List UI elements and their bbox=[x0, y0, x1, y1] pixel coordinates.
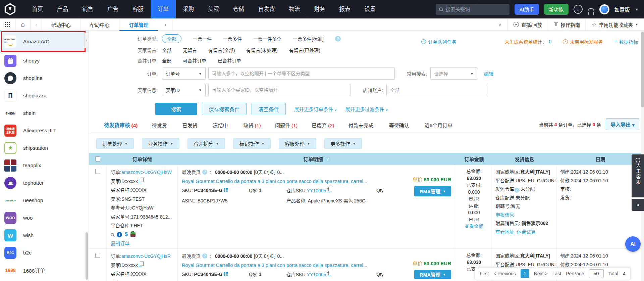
expand-order-conditions-link[interactable]: 展开更多订单条件 ∨ bbox=[294, 105, 337, 112]
favorites-link[interactable]: ☆ 常用功能收藏夹 ▼ bbox=[586, 18, 644, 31]
tab-help-center-1[interactable]: 帮助中心 bbox=[42, 18, 80, 31]
status-tab-pending-audit[interactable]: 待发货审核(4) bbox=[104, 121, 138, 129]
page-current[interactable]: 1 bbox=[521, 269, 529, 278]
status-tab-discarded[interactable]: 已废弃(2) bbox=[312, 122, 334, 129]
help-icon[interactable]: ? bbox=[325, 156, 331, 162]
status-tab-frozen[interactable]: 冻结中 bbox=[213, 122, 229, 129]
menu-reports[interactable]: 报表 bbox=[332, 0, 358, 18]
page-last-button[interactable]: Last bbox=[552, 271, 561, 276]
order-number-link[interactable]: amazonvc-UcGYQjHsW bbox=[121, 170, 172, 175]
warehouse-sku-link[interactable]: YY10005 bbox=[307, 188, 326, 193]
search-icon[interactable] bbox=[111, 233, 114, 236]
menu-sales[interactable]: 销售 bbox=[75, 0, 100, 18]
info-icon[interactable]: i bbox=[117, 232, 122, 237]
warehouse-sku-link[interactable]: YY10005 bbox=[307, 272, 326, 277]
frequent-search-select[interactable]: 请选择▼ bbox=[430, 67, 477, 80]
page-first-button[interactable]: First bbox=[480, 271, 489, 276]
human-support-button[interactable]: 人工客服 bbox=[632, 154, 644, 197]
filter-msg-none[interactable]: 无留言 bbox=[183, 47, 197, 53]
sku-grid-icon[interactable] bbox=[224, 188, 228, 192]
menu-logistics[interactable]: 物流 bbox=[282, 0, 307, 18]
save-search-button[interactable]: 保存搜索条件 bbox=[202, 103, 247, 115]
sidebar-item-shipstation[interactable]: * shipstation bbox=[0, 139, 89, 157]
sidebar-item-ueeshop[interactable]: UEESHOP ueeshop bbox=[0, 192, 89, 209]
copy-icon[interactable] bbox=[327, 188, 330, 192]
tab-order-management[interactable]: 订单管理 bbox=[119, 18, 158, 31]
page-next-button[interactable]: Next > bbox=[534, 271, 548, 276]
chevron-down-icon[interactable]: ∨ bbox=[492, 18, 507, 31]
new-feature-button[interactable]: 新功能 bbox=[544, 4, 569, 15]
collapse-right-panel-button[interactable]: » bbox=[632, 199, 644, 211]
menu-purchase[interactable]: 采购 bbox=[176, 0, 201, 18]
menu-ads[interactable]: 广告 bbox=[100, 0, 125, 18]
filter-msg-all[interactable]: 全部 bbox=[162, 47, 171, 53]
sidebar-item-1688[interactable]: 1688 1688订单 bbox=[0, 262, 89, 279]
order-number-type-select[interactable]: 订单号▼ bbox=[162, 67, 206, 80]
status-tab-problem[interactable]: 问题件(1) bbox=[275, 122, 298, 129]
filter-msg-unhandled[interactable]: 有留言(未处理) bbox=[246, 47, 277, 53]
label-service-disabled-link[interactable]: ×未启用标发服务 bbox=[563, 38, 603, 45]
sidebar-item-shopyy[interactable]: shopyy bbox=[0, 52, 89, 69]
row-checkbox[interactable] bbox=[95, 253, 100, 258]
sidebar-item-teapplix[interactable]: teapplix bbox=[0, 157, 89, 174]
select-all-checkbox[interactable] bbox=[95, 156, 100, 161]
copy-icon[interactable] bbox=[327, 272, 330, 276]
product-title-link[interactable]: Royal Gourmet Carrello da portata a 3 pi… bbox=[182, 179, 383, 184]
status-tab-to-ship[interactable]: 待发货 bbox=[152, 122, 168, 129]
ai-assistant-button[interactable]: AI助手 bbox=[515, 4, 539, 15]
sku-grid-icon[interactable] bbox=[224, 272, 228, 276]
status-tab-last-6-months[interactable]: 近6个月订单 bbox=[425, 122, 454, 129]
import-export-button[interactable]: 导入导出 ▾ bbox=[606, 119, 639, 130]
cart-icon[interactable] bbox=[130, 232, 136, 237]
headset-icon[interactable] bbox=[588, 8, 594, 13]
uncreated-orders-stat[interactable]: 未生成系统单统计：0 bbox=[504, 38, 551, 45]
sidebar-item-amazonvc[interactable]: amazon-vc AmazonVC bbox=[0, 31, 89, 52]
sidebar-item-shoplazza[interactable]: Π shoplazza bbox=[0, 87, 89, 104]
rma-manage-button[interactable]: RMA管理▼ bbox=[414, 186, 451, 196]
more-ops-dropdown[interactable]: 更多操作▼ bbox=[324, 138, 362, 149]
help-icon[interactable]: ? bbox=[202, 253, 207, 259]
filter-order-type-single-multi[interactable]: 一票一件多个 bbox=[253, 35, 281, 42]
chevron-down-icon[interactable]: ▼ bbox=[635, 7, 639, 11]
sidebar-item-wish[interactable]: w wish bbox=[0, 227, 89, 244]
status-tab-shipped[interactable]: 已发货 bbox=[182, 122, 199, 129]
sidebar-scrollbar[interactable] bbox=[86, 232, 88, 280]
edit-frequent-search-link[interactable]: 编辑 bbox=[484, 70, 493, 77]
apps-grid-icon[interactable] bbox=[0, 18, 15, 31]
merge-split-dropdown[interactable]: 合并拆分▼ bbox=[187, 138, 225, 149]
main-scrollbar-thumb[interactable] bbox=[641, 32, 644, 107]
copy-icon[interactable] bbox=[139, 179, 142, 183]
filter-order-type-multi[interactable]: 一票多件 bbox=[223, 35, 242, 42]
global-search[interactable] bbox=[436, 4, 509, 15]
menu-service[interactable]: 客服 bbox=[125, 0, 151, 18]
copy-icon[interactable] bbox=[139, 263, 142, 267]
chevron-right-icon[interactable]: › bbox=[158, 18, 173, 31]
filter-merge-can[interactable]: 可合并订单 bbox=[183, 57, 206, 64]
order-number-link[interactable]: amazonvc-UcGYQjHsR bbox=[121, 253, 171, 259]
filter-order-type-multi-std[interactable]: 一票多件[标准] bbox=[293, 35, 324, 42]
order-queue-task-link[interactable]: 订单队列任务 bbox=[421, 38, 456, 45]
home-icon[interactable]: ⌂ bbox=[15, 18, 31, 31]
row-checkbox[interactable] bbox=[95, 169, 100, 174]
buyer-id-input[interactable] bbox=[208, 84, 351, 96]
copy-order-link[interactable]: 复制订单 bbox=[111, 241, 129, 246]
menu-home[interactable]: 首页 bbox=[25, 0, 50, 18]
product-title-link[interactable]: Royal Gourmet Carrello da portata a 3 pi… bbox=[182, 263, 383, 268]
buyer-id-type-select[interactable]: 买家ID▼ bbox=[162, 84, 206, 96]
help-icon[interactable]: ? bbox=[202, 170, 207, 175]
dollar-icon[interactable]: $ bbox=[125, 230, 128, 239]
filter-merge-all[interactable]: 全部 bbox=[162, 57, 171, 64]
filter-msg-has-all[interactable]: 有留言(全部) bbox=[208, 47, 235, 53]
sidebar-collapse-handle[interactable]: ‹ bbox=[84, 33, 89, 48]
status-tab-awaiting-confirm[interactable]: 等待确认 bbox=[389, 122, 411, 129]
help-icon[interactable]: ? bbox=[514, 188, 519, 193]
status-tab-out-of-stock[interactable]: 缺货(1) bbox=[244, 122, 261, 129]
search-button[interactable]: 搜索 bbox=[155, 103, 197, 115]
sidebar-item-shopline[interactable]: shopline bbox=[0, 69, 89, 87]
menu-warehouse[interactable]: 仓储 bbox=[226, 0, 251, 18]
global-search-input[interactable] bbox=[445, 7, 506, 12]
data-metrics-link[interactable]: ≡数据指标 bbox=[614, 38, 638, 45]
ai-fab-button[interactable]: AI bbox=[625, 236, 641, 252]
expand-filter-conditions-link[interactable]: 展开更多过滤条件 ∨ bbox=[345, 105, 388, 112]
declaration-info-link[interactable]: 申报信息 bbox=[495, 212, 514, 218]
